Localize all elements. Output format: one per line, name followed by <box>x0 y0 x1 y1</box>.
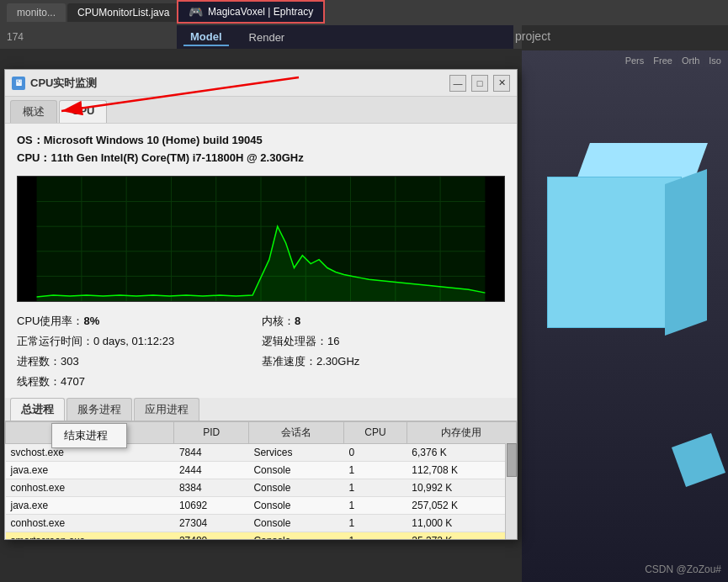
stat-cpu-usage: CPU使用率：8% <box>17 312 260 331</box>
close-button[interactable]: ✕ <box>493 75 510 92</box>
cube-right-face <box>665 169 707 336</box>
cell-pid: 2444 <box>174 461 249 479</box>
cell-memory: 257,052 K <box>407 496 516 514</box>
cpu-graph-svg <box>18 177 504 301</box>
proc-tab-all[interactable]: 总进程 <box>10 398 65 421</box>
cpu-monitor-dialog: 🖥 CPU实时监测 — □ ✕ 概述 CPU OS：Microsoft Wind… <box>4 69 518 540</box>
col-header-session[interactable]: 会话名 <box>248 421 343 443</box>
threads-value: 4707 <box>61 375 85 388</box>
cell-name: conhost.exe <box>6 479 174 496</box>
view-iso-btn[interactable]: Iso <box>705 54 725 67</box>
cell-memory: 112,708 K <box>407 461 516 479</box>
sys-info: OS：Microsoft Windows 10 (Home) build 190… <box>5 124 517 172</box>
uptime-value: 0 days, 01:12:23 <box>93 335 174 347</box>
ide-topbar: monito... CPUMonitorList.java ✕ 🎮 Magica… <box>0 0 728 25</box>
col-header-cpu[interactable]: CPU <box>344 421 407 443</box>
table-row[interactable]: conhost.exe8384Console110,992 K <box>6 479 517 496</box>
cell-cpu: 0 <box>344 443 407 461</box>
cell-name: smartscreen.exe <box>6 532 174 539</box>
context-menu-end-process[interactable]: 结束进程 <box>52 424 126 447</box>
cell-cpu: 1 <box>344 514 407 532</box>
cpu-usage-value: 8% <box>83 315 99 327</box>
cell-name: conhost.exe <box>6 514 174 532</box>
cell-cpu: 1 <box>344 479 407 496</box>
process-table-body: svchost.exe7844Services06,376 Kjava.exe2… <box>6 443 517 539</box>
tab-overview[interactable]: 概述 <box>10 100 57 123</box>
cell-name: java.exe <box>6 461 174 479</box>
magicavoxel-tab-title: MagicaVoxel | Ephtracy <box>208 6 313 18</box>
ide-tab-1[interactable]: monito... <box>7 3 66 22</box>
table-row[interactable]: smartscreen.exe27480Console125,372 K <box>6 532 517 539</box>
mv-menu-render[interactable]: Render <box>242 29 292 45</box>
proc-tab-app[interactable]: 应用进程 <box>134 398 199 421</box>
cores-label: 内核： <box>262 315 295 327</box>
logical-label: 逻辑处理器： <box>262 335 327 347</box>
col-header-memory[interactable]: 内存使用 <box>407 421 516 443</box>
cell-pid: 10692 <box>174 496 249 514</box>
processes-value: 303 <box>61 355 79 368</box>
processes-label: 进程数： <box>17 355 61 368</box>
cell-session: Console <box>248 514 343 532</box>
os-info-line: OS：Microsoft Windows 10 (Home) build 190… <box>17 132 505 150</box>
table-scrollbar[interactable] <box>505 443 517 539</box>
table-row[interactable]: java.exe2444Console1112,708 K <box>6 461 517 479</box>
monitor-title-text: CPU实时监测 <box>30 76 97 91</box>
stat-threads: 线程数：4707 <box>17 373 260 391</box>
cell-pid: 7844 <box>174 443 249 461</box>
stat-cores: 内核：8 <box>262 312 505 331</box>
cores-value: 8 <box>295 315 300 327</box>
stat-basespeed: 基准速度：2.30GHz <box>262 352 505 371</box>
cpu-info-line: CPU：11th Gen Intel(R) Core(TM) i7-11800H… <box>17 150 505 167</box>
view-pers-btn[interactable]: Pers <box>622 54 648 67</box>
ide-tabs: monito... CPUMonitorList.java ✕ <box>0 0 196 25</box>
cell-memory: 6,376 K <box>407 443 516 461</box>
mv-menu-model[interactable]: Model <box>183 29 229 46</box>
magicavoxel-icon: 🎮 <box>189 5 203 19</box>
small-cube <box>672 433 725 487</box>
project-title: project <box>505 25 561 47</box>
view-buttons: Pers Free Orth Iso <box>622 54 725 67</box>
cell-session: Console <box>248 496 343 514</box>
cell-pid: 8384 <box>174 479 249 496</box>
cell-session: Console <box>248 479 343 496</box>
scrollbar-thumb[interactable] <box>507 443 517 477</box>
stats-grid: CPU使用率：8% 内核：8 正常运行时间：0 days, 01:12:23 逻… <box>5 305 517 398</box>
cell-cpu: 1 <box>344 461 407 479</box>
stat-processes: 进程数：303 <box>17 352 260 371</box>
monitor-title: 🖥 CPU实时监测 <box>12 76 97 91</box>
proc-tab-service[interactable]: 服务进程 <box>66 398 132 421</box>
stat-logical: 逻辑处理器：16 <box>262 332 505 351</box>
stat-uptime: 正常运行时间：0 days, 01:12:23 <box>17 332 260 351</box>
cube-front-face <box>547 177 682 328</box>
cell-memory: 25,372 K <box>407 532 516 539</box>
cell-pid: 27480 <box>174 532 249 539</box>
process-tabs: 总进程 服务进程 应用进程 <box>5 398 517 421</box>
table-row[interactable]: java.exe10692Console1257,052 K <box>6 496 517 514</box>
uptime-label: 正常运行时间： <box>17 335 93 347</box>
maximize-button[interactable]: □ <box>471 75 488 92</box>
table-row[interactable]: conhost.exe27304Console111,000 K <box>6 514 517 532</box>
cpu-graph <box>17 176 505 302</box>
minimize-button[interactable]: — <box>449 75 466 92</box>
threads-label: 线程数： <box>17 375 61 388</box>
basespeed-value: 2.30GHz <box>316 355 359 368</box>
magicavoxel-tab[interactable]: 🎮 MagicaVoxel | Ephtracy <box>177 0 325 24</box>
ide-tab-2[interactable]: CPUMonitorList.java <box>67 3 179 22</box>
cell-memory: 11,000 K <box>407 514 516 532</box>
cpu-usage-label: CPU使用率： <box>17 315 83 327</box>
ide-line-number: 174 <box>7 31 24 43</box>
context-menu: 结束进程 <box>51 423 127 448</box>
col-header-pid[interactable]: PID <box>174 421 249 443</box>
monitor-titlebar: 🖥 CPU实时监测 — □ ✕ <box>5 70 517 97</box>
tab-cpu[interactable]: CPU <box>59 100 107 123</box>
view-orth-btn[interactable]: Orth <box>678 54 703 67</box>
logical-value: 16 <box>327 335 339 347</box>
cell-session: Services <box>248 443 343 461</box>
cell-memory: 10,992 K <box>407 479 516 496</box>
view-free-btn[interactable]: Free <box>650 54 676 67</box>
cell-pid: 27304 <box>174 514 249 532</box>
monitor-tabs: 概述 CPU <box>5 97 517 124</box>
cell-session: Console <box>248 461 343 479</box>
window-controls: — □ ✕ <box>449 75 510 92</box>
cell-cpu: 1 <box>344 532 407 539</box>
